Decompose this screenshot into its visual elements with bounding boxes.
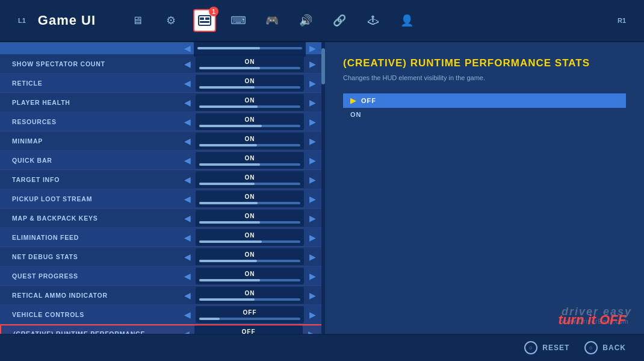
slider-track: [199, 105, 300, 108]
setting-row[interactable]: RESOURCES◀ON▶: [0, 112, 325, 131]
ctrl-arrow-left[interactable]: ◀: [181, 115, 194, 128]
nav-ui-icon[interactable]: 1: [193, 9, 216, 32]
nav-audio-icon[interactable]: 🔊: [294, 9, 317, 32]
ctrl-arrow-right[interactable]: ▶: [306, 269, 319, 283]
back-button[interactable]: ○ BACK: [584, 341, 626, 354]
slider-fill: [199, 240, 262, 243]
setting-control: ◀ON▶: [181, 229, 319, 246]
setting-row[interactable]: VEHICLE CONTROLS◀OFF▶: [0, 305, 325, 324]
slider-track: [199, 125, 300, 127]
ctrl-arrow-right[interactable]: ▶: [306, 289, 319, 302]
ctrl-arrow-left[interactable]: ◀: [181, 308, 194, 321]
setting-row[interactable]: PLAYER HEALTH◀ON▶: [0, 93, 325, 112]
setting-row[interactable]: QUEST PROGRESS◀ON▶: [0, 266, 325, 286]
setting-label: QUEST PROGRESS: [12, 272, 181, 280]
setting-row[interactable]: MAP & BACKPACK KEYS◀ON▶: [0, 209, 325, 228]
detail-panel: (CREATIVE) RUNTIME PERFORMANCE STATS Cha…: [325, 42, 644, 334]
setting-row[interactable]: TARGET INFO◀ON▶: [0, 170, 325, 189]
arrow-left-top[interactable]: ◀: [181, 42, 194, 55]
setting-label: QUICK BAR: [12, 157, 181, 164]
ctrl-value: ON: [245, 251, 255, 258]
ctrl-arrow-left[interactable]: ◀: [181, 231, 194, 244]
ctrl-arrow-left[interactable]: ◀: [181, 154, 194, 167]
ctrl-arrow-right[interactable]: ▶: [306, 308, 319, 321]
setting-row[interactable]: NET DEBUG STATS◀ON▶: [0, 247, 325, 266]
ctrl-arrow-left[interactable]: ◀: [181, 57, 194, 71]
setting-label: PLAYER HEALTH: [12, 99, 181, 106]
ctrl-arrow-right[interactable]: ▶: [306, 154, 319, 167]
arrow-right-top[interactable]: ▶: [306, 42, 319, 55]
ctrl-arrow-left[interactable]: ◀: [181, 192, 194, 206]
nav-network-icon[interactable]: 🔗: [328, 9, 351, 32]
slider-fill: [199, 318, 220, 320]
ctrl-arrow-left[interactable]: ◀: [181, 173, 194, 186]
setting-control: ◀OFF▶: [179, 325, 318, 334]
ctrl-value: ON: [245, 213, 255, 219]
ctrl-arrow-left[interactable]: ◀: [181, 134, 194, 148]
reset-button[interactable]: ○ RESET: [524, 341, 569, 354]
ctrl-arrow-right[interactable]: ▶: [306, 231, 319, 244]
turn-off-annotation: turn it OFF: [559, 312, 626, 328]
slider-fill: [199, 202, 258, 204]
nav-gear-icon[interactable]: ⚙: [159, 9, 182, 32]
ctrl-arrow-left[interactable]: ◀: [181, 96, 194, 109]
footer: ○ RESET ○ BACK: [0, 334, 644, 361]
detail-title: (CREATIVE) RUNTIME PERFORMANCE STATS: [343, 57, 626, 69]
option-item[interactable]: ON: [343, 108, 626, 121]
ctrl-arrow-left[interactable]: ◀: [181, 289, 194, 302]
setting-row[interactable]: SHOW SPECTATOR COUNT◀ON▶: [0, 54, 325, 74]
slider-track: [199, 86, 300, 89]
ctrl-value: OFF: [242, 328, 256, 334]
nav-user-icon[interactable]: 👤: [395, 9, 418, 32]
nav-keyboard-icon[interactable]: ⌨: [227, 9, 250, 32]
ctrl-bar: ON: [196, 190, 304, 207]
ctrl-arrow-right[interactable]: ▶: [306, 57, 319, 71]
setting-label: TARGET INFO: [12, 176, 181, 183]
ctrl-arrow-left[interactable]: ◀: [179, 327, 193, 334]
slider-fill: [199, 125, 262, 127]
setting-control: ◀ON▶: [181, 55, 319, 72]
ctrl-arrow-left[interactable]: ◀: [181, 269, 194, 283]
setting-label: MINIMAP: [12, 137, 181, 145]
ctrl-arrow-left[interactable]: ◀: [181, 250, 194, 263]
ctrl-arrow-left[interactable]: ◀: [181, 212, 194, 225]
setting-label: RESOURCES: [12, 118, 181, 125]
nav-gamepad2-icon[interactable]: 🕹: [362, 9, 385, 32]
setting-row[interactable]: RETICAL AMMO INDICATOR◀ON▶: [0, 286, 325, 305]
ctrl-arrow-right[interactable]: ▶: [306, 212, 319, 225]
setting-row[interactable]: MINIMAP◀ON▶: [0, 131, 325, 151]
ctrl-value: OFF: [243, 309, 257, 316]
slider-track: [199, 318, 300, 320]
ctrl-value: ON: [245, 174, 255, 181]
setting-row[interactable]: ELIMINATION FEED◀ON▶: [0, 228, 325, 247]
option-label: OFF: [361, 97, 376, 104]
slider-fill: [199, 221, 260, 224]
setting-label: MAP & BACKPACK KEYS: [12, 215, 181, 222]
nav-controller-icon[interactable]: 🎮: [261, 9, 283, 32]
shoulder-left-label: L1: [18, 17, 26, 24]
nav-monitor-icon[interactable]: 🖥: [126, 9, 149, 32]
ctrl-arrow-right[interactable]: ▶: [306, 77, 319, 90]
setting-row[interactable]: RETICLE◀ON▶: [0, 74, 325, 93]
setting-control: ◀ON▶: [181, 94, 319, 111]
back-icon: ○: [584, 341, 598, 354]
turn-off-label: turn it OFF: [559, 312, 626, 327]
header: L1 Game UI 🖥 ⚙ 1 ⌨ 🎮 🔊 🔗 🕹 👤 R1: [0, 0, 644, 42]
ctrl-arrow-right[interactable]: ▶: [306, 96, 319, 109]
ctrl-arrow-left[interactable]: ◀: [181, 77, 194, 90]
ctrl-arrow-right[interactable]: ▶: [306, 250, 319, 263]
setting-row[interactable]: PICKUP LOOT STREAM◀ON▶: [0, 189, 325, 209]
option-item[interactable]: ▶OFF: [343, 93, 626, 108]
ctrl-arrow-right[interactable]: ▶: [306, 115, 319, 128]
setting-row[interactable]: (CREATIVE) RUNTIME PERFORMANCE◀OFF▶: [0, 324, 325, 334]
setting-row[interactable]: QUICK BAR◀ON▶: [0, 151, 325, 170]
ctrl-arrow-right[interactable]: ▶: [305, 327, 318, 334]
setting-control: ◀ON▶: [181, 268, 319, 284]
slider-fill: [199, 105, 258, 108]
option-selected-arrow: ▶: [350, 96, 356, 105]
ctrl-bar: ON: [196, 113, 304, 130]
ctrl-arrow-right[interactable]: ▶: [306, 173, 319, 186]
setting-control: ◀ON▶: [181, 133, 319, 149]
ctrl-arrow-right[interactable]: ▶: [306, 134, 319, 148]
ctrl-arrow-right[interactable]: ▶: [306, 192, 319, 206]
